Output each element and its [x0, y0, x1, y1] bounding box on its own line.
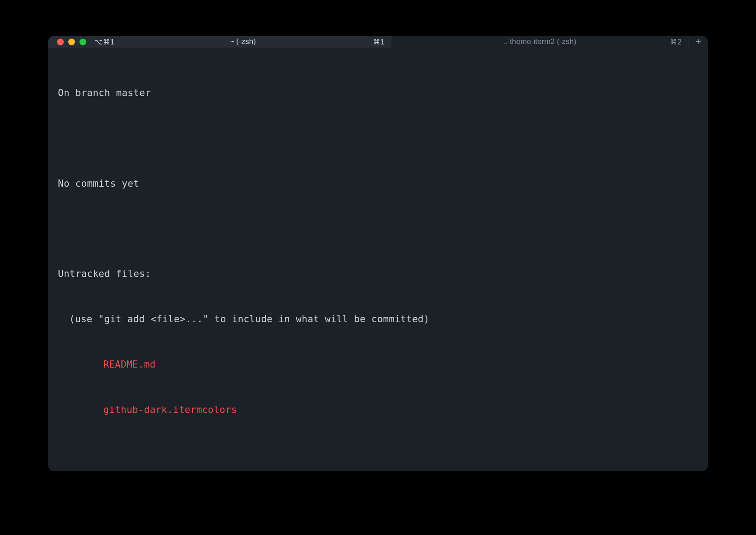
git-untracked-hint: (use "git add <file>..." to include in w…: [69, 312, 429, 327]
terminal-window: ⌥⌘1 ~ (-zsh) ⌘1 ..-theme-iterm2 (-zsh) ⌘…: [48, 36, 708, 471]
traffic-lights: [48, 36, 94, 48]
tab-1-shortcut: ⌘1: [373, 38, 391, 46]
tab-2-shortcut: ⌘2: [670, 38, 688, 46]
close-icon[interactable]: [57, 39, 64, 45]
tab-1[interactable]: ⌥⌘1 ~ (-zsh) ⌘1: [94, 36, 391, 48]
git-untracked-file: README.md: [103, 357, 156, 373]
git-untracked-header: Untracked files:: [58, 267, 151, 282]
terminal-viewport[interactable]: On branch master No commits yet Untracke…: [48, 48, 708, 471]
tab-1-title: ~ (-zsh): [230, 37, 256, 46]
git-on-branch-1: On branch master: [58, 86, 151, 101]
titlebar: ⌥⌘1 ~ (-zsh) ⌘1 ..-theme-iterm2 (-zsh) ⌘…: [48, 36, 708, 48]
minimize-icon[interactable]: [68, 39, 75, 45]
tab-2[interactable]: ..-theme-iterm2 (-zsh) ⌘2: [391, 36, 689, 48]
plus-icon: +: [695, 36, 701, 48]
new-tab-button[interactable]: +: [688, 36, 708, 48]
tab-1-left-shortcut: ⌥⌘1: [94, 38, 121, 46]
zoom-icon[interactable]: [79, 39, 86, 45]
git-untracked-file: github-dark.itermcolors: [103, 403, 237, 418]
tab-2-title: ..-theme-iterm2 (-zsh): [503, 37, 576, 46]
git-no-commits-1: No commits yet: [58, 176, 139, 192]
